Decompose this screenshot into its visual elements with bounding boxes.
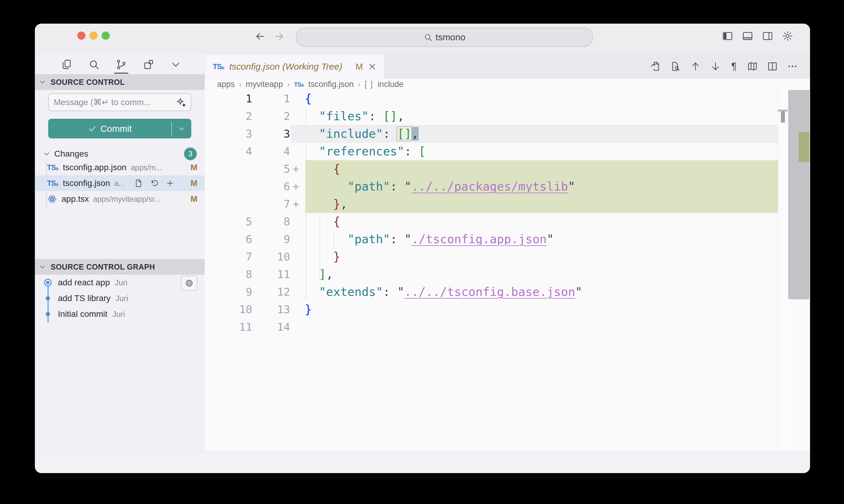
activity-bar-item-explorer[interactable] <box>61 59 72 70</box>
code-editor[interactable]: 11{22 "files": [],33 "include": [],44 "r… <box>205 90 810 451</box>
close-button[interactable] <box>77 32 86 40</box>
gutter-original-line-number: 9 <box>205 283 252 301</box>
code-line-7[interactable]: 7+ }, <box>205 195 810 213</box>
gutter-original-line-number: 3 <box>205 125 252 143</box>
modified-badge: M <box>191 163 198 172</box>
minimize-button[interactable] <box>89 32 98 40</box>
code-line-6[interactable]: 6+ "path": "../../packages/mytslib" <box>205 178 810 195</box>
typescript-file-icon: TS✱ <box>213 63 224 70</box>
activity-bar-item-search[interactable] <box>88 59 100 70</box>
typescript-file-icon: TS✱ <box>294 82 304 88</box>
commit-row-2[interactable]: add TS libraryJuri <box>35 290 205 306</box>
activity-bar-item-source-control[interactable] <box>116 59 127 70</box>
toggle-primary-sidebar-icon[interactable] <box>722 30 733 42</box>
gutter-modified-line-number: 8 <box>252 213 290 231</box>
code-line-12[interactable]: 912 "extends": "../../tsconfig.base.json… <box>205 283 810 301</box>
open-changes-icon[interactable] <box>650 61 661 72</box>
code-line-13[interactable]: 1013} <box>205 301 810 318</box>
close-icon[interactable] <box>368 62 377 71</box>
vscode-window: tsmono SOURCE CONTROL Commit <box>35 24 810 473</box>
activity-bar-item-extensions[interactable] <box>143 59 154 70</box>
breadcrumb-item-apps[interactable]: apps <box>217 80 235 89</box>
chevron-down-icon <box>178 125 186 133</box>
breadcrumb-separator: › <box>239 80 242 89</box>
minimap[interactable] <box>778 90 788 451</box>
code-line-1[interactable]: 11{ <box>205 90 810 108</box>
code-line-text: { <box>305 160 340 178</box>
titlebar-actions <box>722 30 793 42</box>
commit-author: Juri <box>115 278 127 287</box>
desktop-background: tsmono SOURCE CONTROL Commit <box>0 0 844 504</box>
commit-graph-list: add react appJuriadd TS libraryJuriIniti… <box>35 275 205 322</box>
zoom-button[interactable] <box>102 32 110 40</box>
render-whitespace-icon[interactable]: ¶ <box>730 61 738 72</box>
stage-changes-icon[interactable] <box>166 179 175 188</box>
code-line-10[interactable]: 710 } <box>205 248 810 266</box>
code-line-5[interactable]: 5+ { <box>205 160 810 178</box>
next-change-icon[interactable] <box>710 61 721 72</box>
status-bar-right <box>800 451 810 473</box>
source-control-icon <box>116 59 127 70</box>
code-line-11[interactable]: 811 ], <box>205 266 810 283</box>
commit-graph-dot <box>44 306 52 322</box>
goto-commit-button[interactable] <box>181 276 197 291</box>
changed-file-row-tsconfig.json[interactable]: TS✱tsconfig.jsona...M <box>35 175 205 191</box>
gutter-modified-line-number: 3 <box>252 125 290 143</box>
previous-change-icon[interactable] <box>690 61 701 72</box>
code-line-4[interactable]: 44 "references": [ <box>205 143 810 160</box>
discard-changes-icon[interactable] <box>150 179 159 188</box>
settings-icon[interactable] <box>782 30 793 42</box>
modified-badge: M <box>191 179 198 188</box>
code-line-14[interactable]: 1114 <box>205 318 810 336</box>
more-actions-icon[interactable] <box>787 61 798 72</box>
open-file-icon[interactable] <box>134 179 143 188</box>
toggle-secondary-sidebar-icon[interactable] <box>762 30 773 42</box>
commit-author: Juri <box>116 294 128 303</box>
toggle-map-icon[interactable] <box>747 61 758 72</box>
breadcrumb-item-tsconfig.json[interactable]: tsconfig.json <box>308 80 354 89</box>
commit-row-1[interactable]: add react appJuri <box>35 275 205 290</box>
diff-added-highlight <box>305 195 788 213</box>
changed-file-row-app.tsx[interactable]: app.tsxapps/myviteapp/sr...M <box>35 191 205 207</box>
changed-file-row-tsconfig.app.json[interactable]: TS✱tsconfig.app.jsonapps/m...M <box>35 160 205 175</box>
react-file-icon <box>47 194 57 204</box>
minimap-text-mark <box>781 111 785 123</box>
code-line-8[interactable]: 58 { <box>205 213 810 231</box>
tab-tsconfig-working-tree[interactable]: TS✱ tsconfig.json (Working Tree) M <box>205 55 384 79</box>
source-control-header[interactable]: SOURCE CONTROL <box>35 74 205 90</box>
editor-toolbar: ¶ <box>650 61 798 72</box>
code-line-2[interactable]: 22 "files": [], <box>205 108 810 125</box>
code-line-3[interactable]: 33 "include": [], <box>205 125 810 143</box>
command-center-search[interactable]: tsmono <box>296 28 593 47</box>
source-control-graph-header[interactable]: SOURCE CONTROL GRAPH <box>35 259 205 275</box>
commit-button[interactable]: Commit <box>48 119 191 139</box>
commit-message-input[interactable] <box>48 93 191 111</box>
commit-dropdown-button[interactable] <box>172 125 191 133</box>
split-editor-icon[interactable] <box>767 61 778 72</box>
file-path: apps/myviteapp/sr... <box>93 195 160 203</box>
gutter-modified-line-number: 9 <box>252 231 290 248</box>
file-name: app.tsx <box>62 194 89 204</box>
code-line-text: { <box>305 213 340 231</box>
activity-bar-item-more-views[interactable] <box>170 59 182 70</box>
forward-icon[interactable] <box>274 31 285 42</box>
file-row-actions <box>134 179 175 188</box>
toggle-panel-icon[interactable] <box>742 30 753 42</box>
search-icon <box>424 33 433 42</box>
changes-section-header[interactable]: Changes 3 <box>35 147 205 160</box>
diff-added-plus: + <box>293 160 299 178</box>
commit-button-label: Commit <box>100 124 132 134</box>
scrollbar-thumb[interactable] <box>788 90 809 299</box>
gutter-modified-line-number: 4 <box>252 143 290 160</box>
commit-row-3[interactable]: Initial commitJuri <box>35 306 205 322</box>
back-icon[interactable] <box>255 31 265 42</box>
breadcrumb-item-myviteapp[interactable]: myviteapp <box>246 80 283 89</box>
open-file-search-icon[interactable] <box>670 61 681 72</box>
gutter-modified-line-number: 10 <box>252 248 290 266</box>
breadcrumb-item-include[interactable]: include <box>377 80 403 89</box>
sidebar: SOURCE CONTROL Commit Changes 3 TS✱t <box>35 55 205 451</box>
code-line-text: } <box>305 301 312 318</box>
chevron-down-icon <box>38 263 46 271</box>
code-line-9[interactable]: 69 "path": "./tsconfig.app.json" <box>205 231 810 248</box>
sparkle-icon[interactable] <box>175 97 187 108</box>
